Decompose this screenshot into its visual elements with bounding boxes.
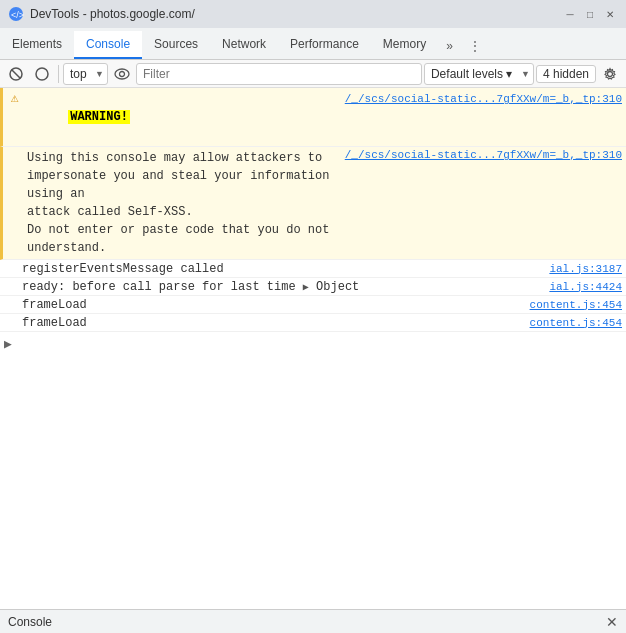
warning-label-text: WARNING!: [25, 90, 337, 144]
tab-console[interactable]: Console: [74, 31, 142, 59]
svg-line-3: [12, 69, 21, 78]
log-row-4: frameLoad content.js:454: [0, 314, 626, 332]
warning-label-badge: WARNING!: [68, 110, 130, 124]
log-row-2: ready: before call parse for last time ▶…: [0, 278, 626, 296]
log-source-4[interactable]: content.js:454: [530, 317, 622, 329]
console-toolbar: top ▼ Default levels ▾ ▼ 4 hidden: [0, 60, 626, 88]
title-bar-left: </> DevTools - photos.google.com/: [8, 6, 195, 22]
svg-point-7: [608, 71, 613, 76]
warning-source-1[interactable]: /_/scs/social-static...7gfXXw/m=_b,_tp:3…: [345, 93, 622, 105]
log-source-1[interactable]: ial.js:3187: [549, 263, 622, 275]
svg-point-5: [115, 69, 129, 79]
warning-icon-1: ⚠: [7, 90, 23, 106]
filter-input[interactable]: [136, 63, 422, 85]
toolbar-separator-1: [58, 65, 59, 83]
console-prompt: ▶: [0, 332, 626, 356]
stop-icon: [35, 67, 49, 81]
log-row-3: frameLoad content.js:454: [0, 296, 626, 314]
bottom-bar: Console ✕: [0, 609, 626, 633]
warning-row-1: ⚠ WARNING! /_/scs/social-static...7gfXXw…: [0, 88, 626, 147]
tabs-bar: Elements Console Sources Network Perform…: [0, 28, 626, 60]
warning-row-2: Using this console may allow attackers t…: [0, 147, 626, 260]
tabs-more-button[interactable]: »: [438, 33, 461, 59]
tab-memory[interactable]: Memory: [371, 31, 438, 59]
eye-button[interactable]: [110, 62, 134, 86]
log-source-3[interactable]: content.js:454: [530, 299, 622, 311]
console-content: ⚠ WARNING! /_/scs/social-static...7gfXXw…: [0, 88, 626, 609]
tab-network[interactable]: Network: [210, 31, 278, 59]
devtools-icon: </>: [8, 6, 24, 22]
tab-elements[interactable]: Elements: [0, 31, 74, 59]
console-input[interactable]: [16, 337, 622, 351]
levels-selector[interactable]: Default levels ▾: [424, 63, 534, 85]
log-text-2: ready: before call parse for last time ▶…: [22, 280, 541, 294]
context-selector[interactable]: top: [63, 63, 108, 85]
bottom-bar-label: Console: [8, 615, 52, 629]
hidden-badge: 4 hidden: [536, 65, 596, 83]
clear-icon: [9, 67, 23, 81]
svg-point-6: [120, 71, 125, 76]
prompt-arrow-icon: ▶: [4, 336, 12, 352]
tab-sources[interactable]: Sources: [142, 31, 210, 59]
svg-point-4: [36, 68, 48, 80]
clear-console-button[interactable]: [4, 62, 28, 86]
window-controls: ─ □ ✕: [562, 6, 618, 22]
log-text-4: frameLoad: [22, 316, 522, 330]
warning-message-text: Using this console may allow attackers t…: [25, 149, 337, 257]
settings-button[interactable]: [598, 62, 622, 86]
svg-text:</>: </>: [11, 10, 24, 20]
close-button[interactable]: ✕: [602, 6, 618, 22]
log-text-1: registerEventsMessage called: [22, 262, 541, 276]
gear-icon: [603, 67, 617, 81]
context-selector-wrap: top ▼: [63, 63, 108, 85]
log-source-2[interactable]: ial.js:4424: [549, 281, 622, 293]
levels-selector-wrap: Default levels ▾ ▼: [424, 63, 534, 85]
window-title: DevTools - photos.google.com/: [30, 7, 195, 21]
ban-button[interactable]: [30, 62, 54, 86]
log-row-1: registerEventsMessage called ial.js:3187: [0, 260, 626, 278]
tab-performance[interactable]: Performance: [278, 31, 371, 59]
maximize-button[interactable]: □: [582, 6, 598, 22]
bottom-bar-close-button[interactable]: ✕: [606, 614, 618, 630]
eye-icon: [114, 68, 130, 80]
title-bar: </> DevTools - photos.google.com/ ─ □ ✕: [0, 0, 626, 28]
tabs-menu-button[interactable]: ⋮: [461, 33, 489, 59]
log-text-3: frameLoad: [22, 298, 522, 312]
warning-source-2[interactable]: /_/scs/social-static...7gfXXw/m=_b,_tp:3…: [345, 149, 622, 161]
minimize-button[interactable]: ─: [562, 6, 578, 22]
